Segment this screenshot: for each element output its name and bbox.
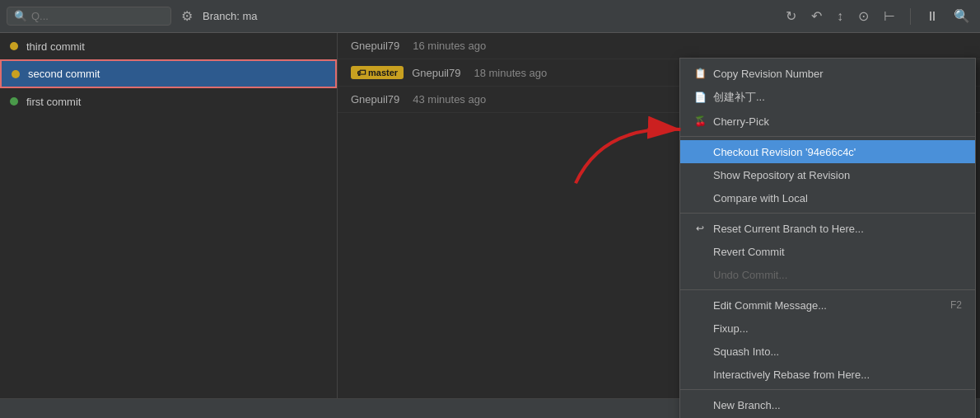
branch-label: Branch: ma (203, 10, 257, 22)
gear-button[interactable]: ⚙ (178, 5, 196, 27)
menu-cherry-pick-label: Cherry-Pick (713, 115, 769, 128)
commit-msg-first: first commit (26, 96, 81, 108)
fetch-icon[interactable]: ↕ (833, 7, 847, 26)
undo-commit-icon (693, 268, 707, 281)
search-input[interactable] (31, 10, 163, 22)
menu-fixup[interactable]: Fixup... (680, 317, 975, 340)
search-icon: 🔍 (14, 10, 27, 22)
commit-item-first[interactable]: first commit (0, 88, 337, 115)
toolbar-divider (910, 8, 911, 25)
badge-master: 🏷 master (351, 66, 404, 79)
menu-cherry-pick[interactable]: 🍒 Cherry-Pick (680, 110, 975, 133)
menu-show-repo[interactable]: Show Repository at Revision (680, 163, 975, 186)
menu-new-branch[interactable]: New Branch... (680, 393, 975, 416)
toolbar: 🔍 ⚙ Branch: ma ↻ ↶ ↕ ⊙ ⊢ ⏸ 🔍 (0, 0, 980, 33)
menu-sep-1 (680, 136, 975, 137)
author-2: Gnepuil79 (351, 93, 399, 106)
cherry-icon: 🍒 (693, 115, 707, 128)
menu-compare-local-label: Compare with Local (713, 192, 808, 204)
refresh-icon[interactable]: ↻ (782, 7, 800, 26)
author-1: Gnepuil79 (412, 67, 460, 79)
menu-reset-branch-label: Reset Current Branch to Here... (713, 223, 864, 235)
commit-dot-first (10, 97, 18, 106)
menu-sep-4 (680, 389, 975, 390)
menu-squash-label: Squash Into... (713, 345, 779, 358)
show-repo-icon (693, 168, 707, 181)
menu-undo-commit[interactable]: Undo Commit... (680, 263, 975, 286)
commit-item-third[interactable]: third commit (0, 33, 337, 59)
right-commit-row-0: Gnepuil79 16 minutes ago (338, 33, 980, 59)
right-panel: Gnepuil79 16 minutes ago 🏷 master Gnepui… (338, 33, 980, 418)
menu-reset-branch[interactable]: ↩ Reset Current Branch to Here... (680, 217, 975, 240)
menu-copy-revision-label: Copy Revision Number (713, 68, 824, 80)
squash-icon (693, 345, 707, 358)
new-branch-icon (693, 398, 707, 411)
commit-msg-third: third commit (26, 40, 85, 53)
menu-squash[interactable]: Squash Into... (680, 340, 975, 363)
time-0: 16 minutes ago (413, 40, 486, 52)
commit-list: third commit second commit first commit (0, 33, 338, 418)
f2-shortcut: F2 (950, 299, 962, 311)
reset-icon: ↩ (693, 222, 707, 235)
context-menu: 📋 Copy Revision Number 📄 创建补丁... 🍒 Cherr… (679, 58, 976, 418)
menu-copy-revision[interactable]: 📋 Copy Revision Number (680, 62, 975, 85)
patch-icon: 📄 (693, 91, 707, 104)
menu-edit-message[interactable]: Edit Commit Message... F2 (680, 294, 975, 317)
compare-icon (693, 191, 707, 204)
commit-msg-second: second commit (28, 68, 100, 80)
commit-item-second[interactable]: second commit (0, 59, 337, 88)
menu-rebase[interactable]: Interactively Rebase from Here... (680, 363, 975, 386)
revert-icon (693, 245, 707, 258)
checkout-icon (693, 145, 707, 158)
edit-icon (693, 298, 707, 312)
menu-rebase-label: Interactively Rebase from Here... (713, 369, 870, 381)
copy-icon: 📋 (693, 67, 707, 80)
main-area: third commit second commit first commit … (0, 33, 980, 418)
undo-icon[interactable]: ↶ (808, 7, 825, 26)
menu-create-patch-label: 创建补丁... (713, 90, 765, 105)
menu-fixup-label: Fixup... (713, 322, 749, 335)
menu-sep-2 (680, 213, 975, 214)
menu-revert-commit[interactable]: Revert Commit (680, 240, 975, 263)
find-icon[interactable]: 🔍 (950, 7, 973, 26)
time-2: 43 minutes ago (413, 93, 486, 106)
menu-new-branch-label: New Branch... (713, 399, 781, 411)
commit-dot-third (10, 42, 18, 50)
menu-checkout-revision[interactable]: Checkout Revision '94e66c4c' (680, 140, 975, 163)
author-0: Gnepuil79 (351, 40, 399, 52)
fixup-icon (693, 322, 707, 335)
menu-revert-commit-label: Revert Commit (713, 246, 785, 258)
search-box[interactable]: 🔍 (7, 7, 171, 26)
menu-undo-commit-label: Undo Commit... (713, 269, 787, 281)
pin-icon[interactable]: ⊢ (880, 7, 898, 26)
toolbar-actions: ↻ ↶ ↕ ⊙ ⊢ ⏸ 🔍 (782, 7, 973, 26)
rebase-icon (693, 368, 707, 381)
menu-compare-local[interactable]: Compare with Local (680, 186, 975, 209)
menu-show-repo-label: Show Repository at Revision (713, 169, 850, 181)
menu-checkout-revision-label: Checkout Revision '94e66c4c' (713, 146, 856, 158)
menu-create-patch[interactable]: 📄 创建补丁... (680, 85, 975, 110)
menu-edit-message-label: Edit Commit Message... (713, 299, 827, 312)
pause-icon[interactable]: ⏸ (922, 7, 942, 26)
commit-dot-second (12, 70, 20, 78)
search-log-icon[interactable]: ⊙ (855, 7, 872, 26)
menu-sep-3 (680, 289, 975, 290)
time-1: 18 minutes ago (474, 67, 547, 79)
